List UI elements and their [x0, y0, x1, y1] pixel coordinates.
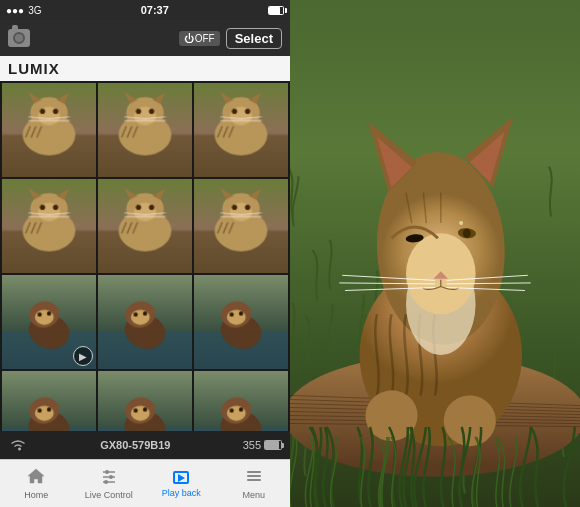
camera-id: GX80-579B19	[100, 439, 170, 451]
grid-cell-10[interactable]: ▶	[2, 371, 96, 431]
grid-cell-9[interactable]	[194, 275, 288, 369]
svg-rect-8	[247, 479, 261, 481]
nav-home-label: Home	[24, 490, 48, 500]
nav-menu-label: Menu	[242, 490, 265, 500]
signal-dots: ●●●	[6, 5, 24, 16]
network-type: 3G	[28, 5, 41, 16]
grid-cell-5[interactable]	[98, 179, 192, 273]
lumix-title: LUMIX	[8, 60, 60, 77]
bottom-info-bar: GX80-579B19 355	[0, 431, 290, 459]
power-label: OFF	[195, 33, 215, 44]
top-bar: ⏻ OFF Select	[0, 20, 290, 56]
grid-cell-3[interactable]	[194, 83, 288, 177]
lumix-header: LUMIX	[0, 56, 290, 81]
power-icon: ⏻	[184, 33, 194, 44]
grid-cell-11[interactable]: R	[98, 371, 192, 431]
cat-photo	[290, 0, 580, 507]
playback-icon	[171, 470, 191, 486]
top-bar-right: ⏻ OFF Select	[179, 28, 282, 49]
battery-icon	[268, 5, 284, 16]
select-button[interactable]: Select	[226, 28, 282, 49]
status-battery	[268, 5, 284, 16]
photo-count: 355	[243, 439, 282, 451]
svg-rect-6	[247, 471, 261, 473]
nav-menu[interactable]: Menu	[218, 460, 291, 507]
photo-grid-area[interactable]: ▶ ▶ R	[0, 81, 290, 431]
video-icon: ▶	[73, 346, 93, 366]
grid-cell-4[interactable]	[2, 179, 96, 273]
bottom-nav: Home Live Control Play back	[0, 459, 290, 507]
nav-home[interactable]: Home	[0, 460, 73, 507]
svg-rect-7	[247, 475, 261, 477]
svg-point-5	[104, 480, 108, 484]
nav-playback-label: Play back	[162, 488, 201, 498]
status-signal: ●●● 3G	[6, 5, 41, 16]
grid-cell-6[interactable]	[194, 179, 288, 273]
home-icon	[27, 468, 45, 488]
grid-cell-2[interactable]	[98, 83, 192, 177]
sliders-icon	[100, 468, 118, 488]
svg-point-3	[109, 475, 113, 479]
grid-cell-12[interactable]	[194, 371, 288, 431]
nav-live-control[interactable]: Live Control	[73, 460, 146, 507]
count-value: 355	[243, 439, 261, 451]
battery-indicator	[264, 440, 282, 450]
grid-cell-8[interactable]	[98, 275, 192, 369]
camera-mode-toggle[interactable]	[8, 29, 30, 47]
right-panel	[290, 0, 580, 507]
svg-point-1	[105, 470, 109, 474]
status-bar: ●●● 3G 07:37	[0, 0, 290, 20]
menu-icon	[245, 468, 263, 488]
grid-cell-1[interactable]	[2, 83, 96, 177]
status-time: 07:37	[141, 4, 169, 16]
grid-cell-7[interactable]: ▶	[2, 275, 96, 369]
nav-live-label: Live Control	[85, 490, 133, 500]
camera-icon	[8, 29, 30, 47]
left-panel: ●●● 3G 07:37 ⏻ OFF Select LUMIX	[0, 0, 290, 507]
wifi-icon	[8, 435, 28, 455]
nav-playback[interactable]: Play back	[145, 460, 218, 507]
power-button[interactable]: ⏻ OFF	[179, 31, 220, 46]
photo-grid: ▶ ▶ R	[0, 81, 290, 431]
